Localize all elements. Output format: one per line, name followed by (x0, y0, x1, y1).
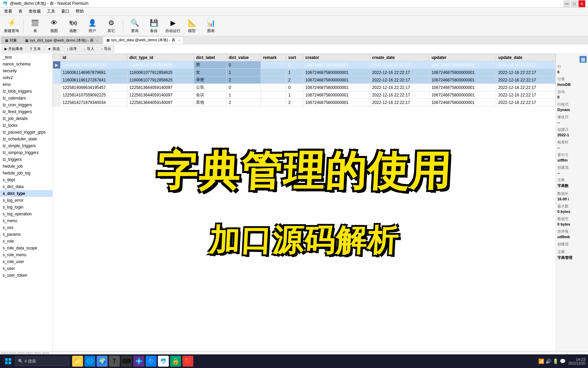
toolbar-query[interactable]: 🔍 查询 (126, 17, 144, 35)
col-sort[interactable]: sort (286, 54, 303, 61)
cell-update-date[interactable]: 2022-12-16 22:22:17 (496, 91, 556, 99)
sidebar-item-tz-simple-triggers[interactable]: tz_simple_triggers (0, 142, 52, 149)
col-remark[interactable]: remark (261, 54, 286, 61)
col-updater[interactable]: updater (429, 54, 496, 61)
sidebar-item-s-log-login[interactable]: s_log_login (0, 204, 52, 211)
cell-create-date[interactable]: 2022-12-16 22:22:17 (370, 69, 429, 76)
col-dict-value[interactable]: dict_value (227, 54, 261, 61)
cell-sort[interactable]: 1 (286, 91, 303, 99)
taskbar-vpn[interactable]: 🔒 (170, 356, 181, 367)
table-row[interactable]: ▶ 1160061112075464705 116006107791285862… (53, 61, 556, 69)
sidebar-item-s-role-data-scope[interactable]: s_role_data_scope (0, 245, 52, 251)
cell-creator[interactable]: 1067246875800000001 (303, 99, 370, 106)
sidebar-item-s-dict-data[interactable]: s_dict_data (0, 183, 52, 190)
cell-updater[interactable]: 1067246875800000001 (429, 99, 496, 106)
cell-creator[interactable]: 1067246875800000001 (303, 84, 370, 91)
sidebar-item-s-menu[interactable]: s_menu (0, 217, 52, 224)
cell-update-date[interactable]: 2022-12-16 22:22:17 (496, 61, 556, 69)
sidebar-item-emo[interactable]: emo (0, 81, 52, 88)
col-create-date[interactable]: create_date (370, 54, 429, 61)
col-dict-label[interactable]: dict_label (194, 54, 227, 61)
cell-remark[interactable] (261, 76, 286, 84)
sidebar-item-tz-fired-triggers[interactable]: tz_fired_triggers (0, 108, 52, 115)
sidebar-item-schedule-job-log[interactable]: hedule_job_log (0, 170, 52, 177)
sidebar-item-s-role-user[interactable]: s_role_user (0, 258, 52, 265)
import-button[interactable]: ↓ 导入 (81, 45, 97, 52)
cell-id[interactable]: 1225814107559092225 (61, 91, 127, 99)
cell-update-date[interactable]: 2022-12-16 22:22:17 (496, 99, 556, 106)
start-button[interactable] (3, 356, 14, 367)
toolbar-table[interactable]: 表 (26, 17, 44, 35)
toolbar-chart[interactable]: 📊 图表 (202, 17, 220, 35)
taskbar-git-bash[interactable]: ⌨ (121, 356, 132, 367)
cell-sort[interactable]: 0 (286, 61, 303, 69)
taskbar-red-app[interactable]: 🔴 (182, 356, 193, 367)
sidebar-item-tz-simprop-triggers[interactable]: tz_simprop_triggers (0, 149, 52, 156)
cell-dict-type-id[interactable]: 1225813644059140097 (127, 84, 194, 91)
tab-dict-type[interactable]: ▦ sys_dict_type @web_demo (本地) - 表 × (21, 36, 102, 44)
cell-update-date[interactable]: 2022-12-16 22:22:17 (496, 76, 556, 84)
taskbar-chrome[interactable]: 🌍 (97, 356, 108, 367)
sidebar-item-s-role-menu[interactable]: s_role_menu (0, 251, 52, 258)
cell-dict-label[interactable]: 女 (194, 69, 227, 76)
tab-dict-data[interactable]: ▦ sys_dict_data @web_demo (本地) - 表 × (103, 36, 184, 44)
cell-create-date[interactable]: 2022-12-16 22:22:17 (370, 99, 429, 106)
cell-update-date[interactable]: 2022-12-16 22:22:17 (496, 84, 556, 91)
toolbar-user[interactable]: 👤 用户 (83, 17, 101, 35)
cell-update-date[interactable]: 2022-12-16 22:22:17 (496, 69, 556, 76)
cell-updater[interactable]: 1067246875800000001 (429, 76, 496, 84)
close-button[interactable]: × (578, 0, 585, 7)
cell-create-date[interactable]: 2022-12-16 22:22:17 (370, 84, 429, 91)
cell-id[interactable]: 1160061112075464705 (61, 61, 127, 69)
sidebar-item-tz-triggers[interactable]: tz_triggers (0, 156, 52, 163)
tab-object[interactable]: ▦ 对象 (1, 36, 21, 44)
cell-dict-value[interactable]: 0 (227, 61, 261, 69)
cell-creator[interactable]: 1067246875800000001 (303, 91, 370, 99)
col-creator[interactable]: creator (303, 54, 370, 61)
table-row[interactable]: 1225814069634195457 1225813644059140097 … (53, 84, 556, 91)
cell-remark[interactable] (261, 99, 286, 106)
cell-dict-value[interactable]: 2 (227, 76, 261, 84)
menu-tools[interactable]: 工具 (44, 8, 58, 15)
sidebar-item-tz-locks[interactable]: tz_locks (0, 122, 52, 129)
taskbar-vs[interactable]: 💠 (133, 356, 144, 367)
sidebar-item-s-user-token[interactable]: s_user_token (0, 272, 52, 279)
sidebar-item-s-log-operation[interactable]: s_log_operation (0, 211, 52, 217)
menu-view[interactable]: 查看 (1, 8, 15, 15)
cell-updater[interactable]: 1067246875800000001 (429, 84, 496, 91)
cell-dict-type-id[interactable]: 1225813644059140097 (127, 91, 194, 99)
cell-create-date[interactable]: 2022-12-16 22:22:17 (370, 91, 429, 99)
table-row[interactable]: 1225814107559092225 1225813644059140097 … (53, 91, 556, 99)
menu-table[interactable]: 表 (16, 8, 25, 15)
cell-sort[interactable]: 0 (286, 84, 303, 91)
cell-dict-type-id[interactable]: 1225813644059140097 (127, 99, 194, 106)
toolbar-other[interactable]: ⚙ 其它 (102, 17, 120, 35)
menu-window[interactable]: 窗口 (59, 8, 72, 15)
cell-dict-value[interactable]: 1 (227, 91, 261, 99)
cell-sort[interactable]: 1 (286, 69, 303, 76)
cell-id[interactable]: 1160061190127267841 (61, 76, 127, 84)
sidebar-item-s-dict-type[interactable]: s_dict_type (0, 190, 52, 197)
right-panel-grid-icon[interactable]: ▦ (579, 56, 587, 63)
cell-dict-label[interactable]: 会议 (194, 91, 227, 99)
sidebar-item-s-log-error[interactable]: s_log_error (0, 197, 52, 204)
cell-dict-label[interactable]: 其他 (194, 99, 227, 106)
cell-id[interactable]: 1225814271879340034 (61, 99, 127, 106)
taskbar-search[interactable]: 🔍 # 搜索 (15, 356, 69, 366)
cell-id[interactable]: 1225814069634195457 (61, 84, 127, 91)
sidebar-item-security[interactable]: security (0, 67, 52, 74)
cell-create-date[interactable]: 2022-12-16 22:22:17 (370, 76, 429, 84)
toolbar-backup[interactable]: 💾 备份 (145, 17, 163, 35)
cell-creator[interactable]: 1067246875800000001 (303, 76, 370, 84)
sidebar-item-tz-calendars[interactable]: tz_calendars (0, 95, 52, 102)
maximize-button[interactable]: □ (571, 0, 578, 7)
sidebar-item-schedule-job[interactable]: hedule_job (0, 163, 52, 170)
table-row[interactable]: 1160061190127267841 1160061077912858625 … (53, 76, 556, 84)
tray-notification-icon[interactable]: 💬 (560, 358, 566, 364)
sidebar-item-tz-paused-trigger-grps[interactable]: tz_paused_trigger_grps (0, 129, 52, 136)
table-row[interactable]: 1160061146967879681 1160061077912858625 … (53, 69, 556, 76)
col-update-date[interactable]: update_date (496, 54, 556, 61)
sidebar-item-s-user[interactable]: s_user (0, 265, 52, 272)
taskbar-edge[interactable]: 🌐 (84, 356, 95, 367)
cell-creator[interactable]: 1067246875800000001 (303, 61, 370, 69)
